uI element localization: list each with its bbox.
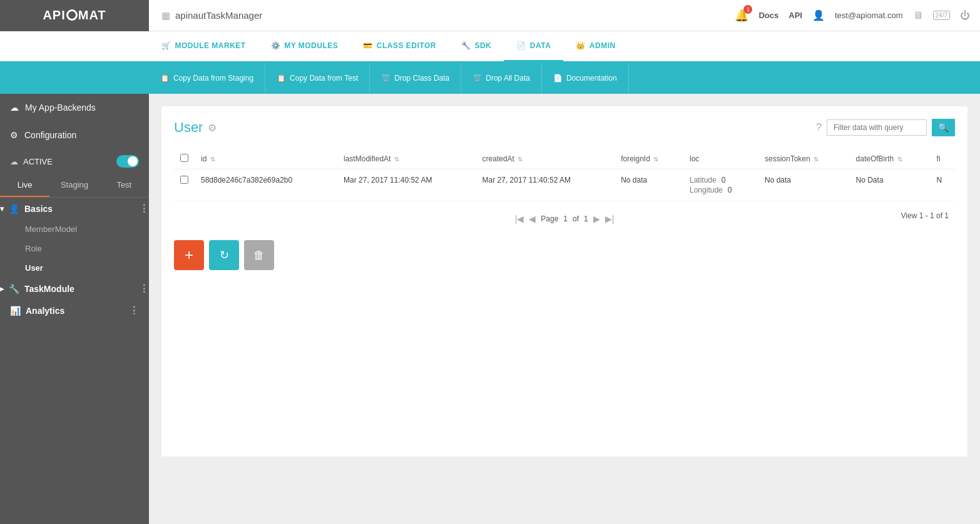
documentation-label: Documentation (566, 74, 617, 83)
basics-dots-menu[interactable]: ⋮ (139, 203, 149, 214)
task-module-section-header[interactable]: ▸ 🔧 TaskModule ⋮ (0, 278, 149, 300)
row-date-of-birth-value: No Data (856, 176, 884, 184)
row-created-at-value: Mar 27, 2017 11:40:52 AM (482, 176, 571, 184)
th-loc: loc (683, 149, 758, 169)
nav-sdk[interactable]: 🔧 SDK (449, 31, 504, 62)
env-tab-test[interactable]: Test (100, 174, 149, 197)
nav-module-market-label: MODULE MARKET (175, 41, 246, 50)
th-date-of-birth[interactable]: dateOfBirth ⇅ (850, 149, 931, 169)
nav-data[interactable]: 📄 DATA (504, 31, 563, 62)
select-all-checkbox[interactable] (180, 154, 188, 162)
active-toggle[interactable] (116, 155, 139, 168)
nav-class-editor[interactable]: 💳 CLASS EDITOR (350, 31, 449, 62)
docs-link[interactable]: Docs (758, 11, 778, 20)
th-id[interactable]: id ⇅ (195, 149, 337, 169)
delete-button[interactable]: 🗑 (244, 240, 274, 270)
app-name-text: apinautTaskManager (175, 10, 262, 21)
screen-icon[interactable]: 🖥 (913, 10, 923, 21)
chevron-right-icon: ▸ (0, 285, 4, 293)
nav-my-modules[interactable]: ⚙️ MY MODULES (258, 31, 351, 62)
page-next-icon[interactable]: ▶ (593, 214, 600, 224)
th-last-modified[interactable]: lastModifiedAt ⇅ (337, 149, 476, 169)
sort-dob-icon: ⇅ (897, 156, 902, 163)
analytics-left: 📊 Analytics (10, 306, 64, 316)
support-badge[interactable]: 24/7 (933, 11, 950, 20)
page-last-icon[interactable]: ▶| (605, 214, 615, 224)
sub-nav-drop-all[interactable]: 🗑️ Drop All Data (461, 63, 542, 94)
td-id: 58d8de246c7a382e69a2b0 (195, 169, 337, 201)
nav-class-editor-label: CLASS EDITOR (377, 41, 436, 50)
api-link[interactable]: API (789, 11, 802, 20)
th-created-at[interactable]: createdAt ⇅ (476, 149, 615, 169)
env-tab-live[interactable]: Live (0, 174, 49, 197)
row-id-value: 58d8de246c7a382e69a2b0 (201, 176, 292, 184)
th-created-at-label: createdAt (482, 154, 514, 163)
env-tab-staging[interactable]: Staging (49, 174, 99, 197)
refresh-button[interactable]: ↻ (209, 240, 239, 270)
sort-session-icon: ⇅ (814, 156, 819, 163)
panel-header: User ⚙ ? 🔍 (174, 119, 955, 136)
th-fi-label: fi (937, 154, 941, 163)
sub-nav-copy-staging[interactable]: 📋 Copy Data from Staging (149, 63, 265, 94)
copy-staging-label: Copy Data from Staging (173, 74, 253, 83)
admin-icon: 👑 (576, 41, 586, 50)
drop-all-icon: 🗑️ (472, 74, 482, 83)
sidebar: ☁ My App-Backends ⚙ Configuration ☁ ACTI… (0, 94, 149, 524)
page-current: 1 (563, 214, 568, 223)
notification-count: 1 (743, 5, 752, 14)
filter-area: ? 🔍 (816, 119, 955, 136)
sub-nav-documentation[interactable]: 📄 Documentation (542, 63, 629, 94)
task-module-left: ▸ 🔧 TaskModule (0, 284, 74, 294)
user-email: test@apiomat.com (835, 11, 903, 20)
sidebar-subitem-member-model[interactable]: MemberModel (0, 219, 149, 239)
sidebar-subitem-user[interactable]: User (0, 258, 149, 278)
search-button[interactable]: 🔍 (932, 119, 955, 136)
person-icon: 👤 (9, 204, 19, 214)
basics-section-header[interactable]: ▾ 👤 Basics ⋮ (0, 198, 149, 219)
settings-gear-icon[interactable]: ⚙ (208, 122, 217, 134)
bottom-buttons: + ↻ 🗑 (174, 240, 955, 270)
page-prev-icon[interactable]: ◀ (529, 214, 536, 224)
notification-bell[interactable]: 🔔 1 (735, 9, 748, 23)
logo[interactable]: APIMAT (0, 0, 149, 31)
sidebar-section-task-module: ▸ 🔧 TaskModule ⋮ (0, 278, 149, 300)
task-module-dots-menu[interactable]: ⋮ (139, 283, 149, 295)
th-foreign-id[interactable]: foreignId ⇅ (615, 149, 683, 169)
filter-input[interactable] (827, 119, 927, 136)
nav-sdk-label: SDK (474, 41, 491, 50)
row-session-token-value: No data (765, 176, 791, 184)
loc-latitude-label: Latitude (690, 176, 717, 184)
th-fi: fi (931, 149, 955, 169)
td-loc: Latitude 0 Longitude 0 (683, 169, 758, 201)
sort-last-modified-icon: ⇅ (394, 156, 399, 163)
pagination-container: |◀ ◀ Page 1 of 1 ▶ ▶| View 1 - 1 of 1 (174, 201, 955, 230)
data-table: id ⇅ lastModifiedAt ⇅ createdAt ⇅ fore (174, 149, 955, 201)
table-row[interactable]: 58d8de246c7a382e69a2b0 Mar 27, 2017 11:4… (174, 169, 955, 201)
sidebar-subitem-role[interactable]: Role (0, 239, 149, 258)
analytics-icon: 📊 (10, 306, 21, 316)
sub-nav-drop-class[interactable]: 🗑️ Drop Class Data (370, 63, 461, 94)
sidebar-configuration[interactable]: ⚙ Configuration (0, 121, 149, 149)
row-checkbox[interactable] (180, 176, 188, 184)
page-first-icon[interactable]: |◀ (515, 214, 524, 224)
nav-module-market[interactable]: 🛒 MODULE MARKET (149, 31, 258, 62)
analytics-dots-menu[interactable]: ⋮ (129, 305, 139, 316)
sidebar-my-app-backends[interactable]: ☁ My App-Backends (0, 94, 149, 121)
th-loc-label: loc (690, 154, 699, 163)
power-icon[interactable]: ⏻ (960, 10, 970, 21)
nav-admin[interactable]: 👑 ADMIN (563, 31, 628, 62)
td-checkbox (174, 169, 195, 201)
sidebar-section-basics: ▾ 👤 Basics ⋮ MemberModel Role User (0, 198, 149, 278)
app-name-icon: ▦ (161, 10, 170, 21)
th-session-token[interactable]: sessionToken ⇅ (758, 149, 850, 169)
help-icon[interactable]: ? (816, 122, 822, 133)
sidebar-active-row: ☁ ACTIVE (0, 149, 149, 174)
td-fi: N (931, 169, 955, 201)
main-nav: 🛒 MODULE MARKET ⚙️ MY MODULES 💳 CLASS ED… (0, 31, 980, 63)
logo-o-icon (66, 9, 78, 21)
th-date-of-birth-label: dateOfBirth (856, 154, 894, 163)
analytics-section-header[interactable]: 📊 Analytics ⋮ (0, 300, 149, 321)
add-button[interactable]: + (174, 240, 204, 270)
sub-nav-copy-test[interactable]: 📋 Copy Data from Test (265, 63, 370, 94)
top-header: APIMAT ▦ apinautTaskManager 🔔 1 Docs API… (0, 0, 980, 31)
